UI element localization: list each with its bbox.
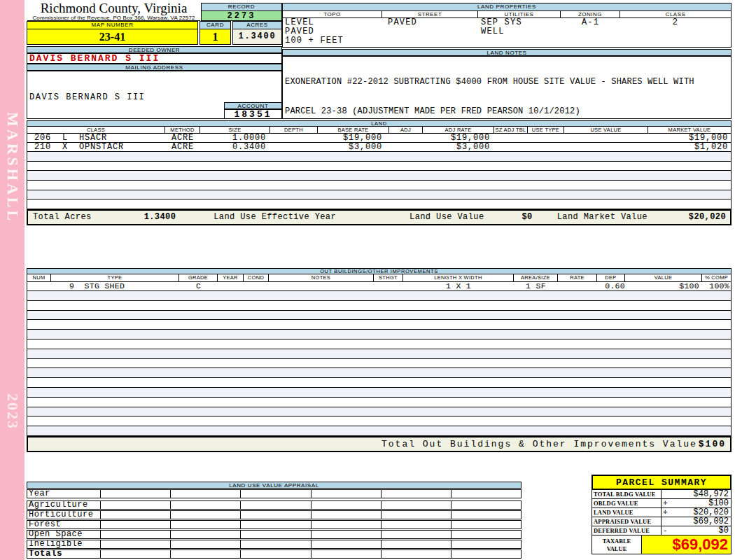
column-header: UTILITIES <box>478 11 561 18</box>
cell-base-rate: $19,000 <box>318 134 389 142</box>
cell-area-size: 1 SF <box>514 282 558 290</box>
column-header: NOTES <box>269 274 374 281</box>
cell-adj <box>389 143 423 151</box>
cell-use-type <box>528 143 564 151</box>
empty-cell <box>241 530 311 539</box>
effective-year-label: Land Use Effective Year <box>214 212 336 222</box>
appraisal-totals-row: Totals <box>27 550 522 559</box>
cell-class: 2 <box>620 18 731 27</box>
parcel-summary-title: PARCEL SUMMARY <box>592 475 732 490</box>
empty-cell <box>241 520 311 529</box>
cell-sz-adj-tbl <box>494 134 528 142</box>
empty-cell <box>241 550 311 559</box>
column-header: METHOD <box>165 127 200 133</box>
empty-cell <box>451 510 522 519</box>
column-header: ADJ <box>389 127 423 133</box>
operator: + <box>662 499 670 507</box>
column-header: TOPO <box>283 11 382 18</box>
sidebar-strip: MARSHALL 2023 <box>0 0 24 560</box>
land-use-value: $0 <box>522 212 532 222</box>
cell-street <box>382 27 478 36</box>
empty-cells <box>101 520 522 529</box>
map-number-value: 23-41 <box>27 29 198 45</box>
cell-use-value <box>564 134 648 142</box>
empty-row <box>27 291 731 301</box>
cell-class <box>620 36 731 46</box>
empty-cell <box>101 550 171 559</box>
cell-notes <box>269 282 374 290</box>
land-table-title: LAND <box>27 120 732 127</box>
column-header: DEPTH <box>270 127 318 133</box>
empty-cell <box>312 550 382 559</box>
cell-num <box>27 282 51 290</box>
empty-cell <box>171 550 241 559</box>
empty-cell <box>451 540 522 549</box>
appraisal-row: Open Space <box>27 530 522 539</box>
county-title: Richmond County, Virginia <box>27 1 200 15</box>
empty-row <box>27 426 731 436</box>
summary-row: DEFERRED VALUE - $0 <box>592 526 732 536</box>
empty-rows <box>27 152 731 209</box>
cell-street <box>382 36 478 46</box>
out-buildings-body: NUM TYPE GRADE YEAR COND NOTES STHGT LEN… <box>27 274 732 452</box>
total-acres-value: 1.3400 <box>144 212 176 222</box>
cell-cond <box>244 282 269 290</box>
empty-cell <box>312 500 382 510</box>
column-header: AREA/SIZE <box>514 274 558 281</box>
empty-row <box>27 311 731 321</box>
table-row: PAVED WELL <box>283 27 731 36</box>
land-properties-title: LAND PROPERTIES <box>283 4 731 11</box>
cell-rate <box>558 282 597 290</box>
row-label: TOTAL BLDG VALUE <box>592 489 662 499</box>
cell-street: PAVED <box>382 18 478 27</box>
operator: - <box>662 526 670 535</box>
cell-market-value: $19,000 <box>648 134 731 142</box>
cell-utilities: WELL <box>478 27 561 36</box>
amount: $0 <box>670 526 731 536</box>
empty-cell <box>312 540 382 549</box>
empty-row <box>27 398 731 407</box>
summary-row: APPRAISED VALUE $69,092 <box>592 517 732 526</box>
empty-row <box>27 330 731 340</box>
row-label: Totals <box>27 550 101 559</box>
appraisal-row: Ineligible <box>27 540 522 549</box>
cell-length-width: 1 X 1 <box>403 282 514 290</box>
empty-cell <box>382 530 451 539</box>
taxable-label-line: VALUE <box>592 545 641 553</box>
table-row: 100 + FEET <box>283 36 731 46</box>
land-notes-label: LAND NOTES <box>282 49 732 56</box>
empty-cell <box>312 489 382 498</box>
column-header: GRADE <box>179 274 218 281</box>
empty-cell <box>171 540 241 549</box>
empty-cell <box>382 500 451 510</box>
column-header: COND <box>244 274 269 281</box>
out-buildings-total-value: $100 <box>699 439 730 449</box>
cell-utilities <box>478 36 561 46</box>
out-buildings-title: OUT BUILDINGS/OTHER IMPROVEMENTS <box>27 268 732 274</box>
taxable-value-label: TAXABLE VALUE <box>592 535 642 554</box>
column-header: NUM <box>27 274 51 281</box>
amount: $48,972 <box>670 489 731 499</box>
card-value: 1 <box>200 29 231 45</box>
empty-cells <box>101 500 522 510</box>
empty-row <box>27 368 731 378</box>
tax-year-watermark: 2023 <box>4 393 22 430</box>
county-header: Richmond County, Virginia Commissioner o… <box>27 1 200 21</box>
land-totals-row: Total Acres 1.3400 Land Use Effective Ye… <box>27 209 731 225</box>
empty-cell <box>171 520 241 529</box>
empty-cell <box>171 510 241 519</box>
column-header: ADJ RATE <box>423 127 494 133</box>
empty-cells <box>101 540 522 549</box>
empty-cell <box>382 489 451 498</box>
column-header: DEP <box>597 274 625 281</box>
row-value-box: - $0 <box>662 526 732 536</box>
column-header: SIZE <box>200 127 270 133</box>
cell-size: 1.0000 <box>200 134 270 142</box>
empty-cell <box>382 510 451 519</box>
account-number: 18351 <box>224 109 282 119</box>
cell-market-value: $1,020 <box>648 143 731 151</box>
empty-row <box>27 162 731 172</box>
parcel-summary: PARCEL SUMMARY TOTAL BLDG VALUE $48,972 … <box>592 475 732 554</box>
column-header: ZONING <box>561 11 620 18</box>
column-header: STHGT <box>374 274 403 281</box>
